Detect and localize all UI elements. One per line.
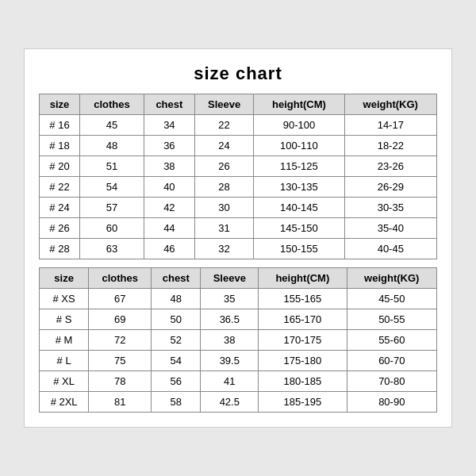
table2-col-header: size <box>40 268 89 289</box>
table-cell: 46 <box>144 239 194 259</box>
table-cell: # 16 <box>40 115 80 136</box>
table-cell: # M <box>40 330 89 351</box>
table-cell: 90-100 <box>254 115 344 136</box>
table-cell: 30-35 <box>344 198 436 218</box>
table-cell: 42.5 <box>201 392 259 413</box>
size-table-1: sizeclotheschestSleeveheight(CM)weight(K… <box>39 94 437 259</box>
table-cell: # 24 <box>40 198 80 218</box>
table-cell: 78 <box>89 371 152 392</box>
size-chart-card: size chart sizeclotheschestSleeveheight(… <box>24 48 452 428</box>
table-cell: 23-26 <box>344 156 436 177</box>
table-cell: 36 <box>144 136 194 156</box>
table-cell: 55-60 <box>347 330 437 351</box>
table-cell: 45-50 <box>347 289 437 309</box>
table-cell: # 2XL <box>40 392 89 413</box>
table-cell: 75 <box>89 351 152 371</box>
table-row: # 18483624100-11018-22 <box>40 136 437 156</box>
table1-col-header: clothes <box>79 94 144 115</box>
chart-title: size chart <box>39 63 437 84</box>
table-cell: 48 <box>79 136 144 156</box>
table-cell: 34 <box>144 115 194 136</box>
table-cell: 170-175 <box>259 330 347 351</box>
table1-col-header: size <box>40 94 80 115</box>
table-row: # M725238170-17555-60 <box>40 330 437 351</box>
table1-col-header: weight(KG) <box>344 94 436 115</box>
table-cell: # XS <box>40 289 89 309</box>
table-row: # 1645342290-10014-17 <box>40 115 437 136</box>
table-cell: 54 <box>79 177 144 198</box>
table-cell: 40-45 <box>344 239 436 259</box>
table2-col-header: chest <box>152 268 201 289</box>
table-cell: # 20 <box>40 156 80 177</box>
table-cell: 81 <box>89 392 152 413</box>
table-cell: 28 <box>194 177 254 198</box>
table-cell: 63 <box>79 239 144 259</box>
table-cell: 115-125 <box>254 156 344 177</box>
table-cell: # XL <box>40 371 89 392</box>
table-cell: 60 <box>79 218 144 239</box>
table-cell: 38 <box>144 156 194 177</box>
table-cell: # 28 <box>40 239 80 259</box>
table-cell: 22 <box>194 115 254 136</box>
table1-col-header: Sleeve <box>194 94 254 115</box>
table-row: # S695036.5165-17050-55 <box>40 309 437 330</box>
size-table-2: sizeclotheschestSleeveheight(CM)weight(K… <box>39 267 437 413</box>
table-cell: 18-22 <box>344 136 436 156</box>
table-cell: 150-155 <box>254 239 344 259</box>
table-cell: 145-150 <box>254 218 344 239</box>
table1-col-header: chest <box>144 94 194 115</box>
table-cell: 36.5 <box>201 309 259 330</box>
table-cell: 72 <box>89 330 152 351</box>
table-cell: 70-80 <box>347 371 437 392</box>
table-cell: 69 <box>89 309 152 330</box>
table-cell: 24 <box>194 136 254 156</box>
table-cell: 80-90 <box>347 392 437 413</box>
table-cell: 140-145 <box>254 198 344 218</box>
table-cell: 26-29 <box>344 177 436 198</box>
table-cell: # 22 <box>40 177 80 198</box>
table-row: # L755439.5175-18060-70 <box>40 351 437 371</box>
table-row: # 24574230140-14530-35 <box>40 198 437 218</box>
table2-col-header: height(CM) <box>259 268 347 289</box>
table-cell: 54 <box>152 351 201 371</box>
table-row: # 28634632150-15540-45 <box>40 239 437 259</box>
table-cell: 50 <box>152 309 201 330</box>
table-cell: 57 <box>79 198 144 218</box>
table2-header: sizeclotheschestSleeveheight(CM)weight(K… <box>40 268 437 289</box>
table-cell: # 18 <box>40 136 80 156</box>
table-cell: 45 <box>79 115 144 136</box>
table-cell: 180-185 <box>259 371 347 392</box>
table-cell: 42 <box>144 198 194 218</box>
table-cell: 51 <box>79 156 144 177</box>
table-cell: 26 <box>194 156 254 177</box>
table-row: # 20513826115-12523-26 <box>40 156 437 177</box>
table-cell: 165-170 <box>259 309 347 330</box>
table-cell: 35 <box>201 289 259 309</box>
table2-col-header: Sleeve <box>201 268 259 289</box>
table-row: # XL785641180-18570-80 <box>40 371 437 392</box>
table2-col-header: clothes <box>89 268 152 289</box>
table1-header: sizeclotheschestSleeveheight(CM)weight(K… <box>40 94 437 115</box>
table-cell: 41 <box>201 371 259 392</box>
table-cell: 50-55 <box>347 309 437 330</box>
table-cell: 48 <box>152 289 201 309</box>
table-cell: 39.5 <box>201 351 259 371</box>
table-cell: 130-135 <box>254 177 344 198</box>
table-cell: 31 <box>194 218 254 239</box>
table-cell: 40 <box>144 177 194 198</box>
table-row: # 2XL815842.5185-19580-90 <box>40 392 437 413</box>
table-row: # 26604431145-15035-40 <box>40 218 437 239</box>
table-cell: 67 <box>89 289 152 309</box>
table-cell: 38 <box>201 330 259 351</box>
table-cell: 56 <box>152 371 201 392</box>
table-cell: 32 <box>194 239 254 259</box>
table-cell: 100-110 <box>254 136 344 156</box>
table-cell: 44 <box>144 218 194 239</box>
table-cell: 14-17 <box>344 115 436 136</box>
table-cell: 52 <box>152 330 201 351</box>
table-cell: # L <box>40 351 89 371</box>
table1-col-header: height(CM) <box>254 94 344 115</box>
table-cell: # S <box>40 309 89 330</box>
table-cell: 58 <box>152 392 201 413</box>
table-row: # XS674835155-16545-50 <box>40 289 437 309</box>
